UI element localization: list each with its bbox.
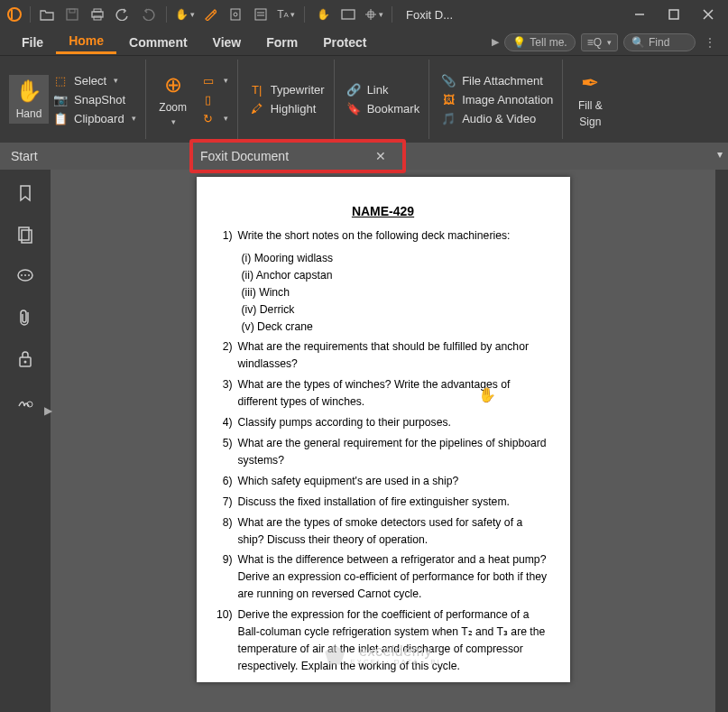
app-logo-icon — [5, 5, 23, 23]
tab-protect[interactable]: Protect — [310, 32, 379, 53]
tab-form[interactable]: Form — [253, 32, 310, 53]
question-item: 1)Write the short notes on the following… — [217, 227, 550, 245]
svg-rect-8 — [255, 9, 266, 20]
svg-point-17 — [28, 274, 30, 276]
attachments-panel-icon[interactable] — [14, 307, 36, 328]
image-icon: 🖼 — [440, 93, 456, 106]
fill-sign-button[interactable]: ✒ Fill & Sign — [570, 67, 610, 132]
ribbon: ✋ Hand ⬚Select▾ 📷SnapShot 📋Clipboard▾ ⊕ … — [0, 56, 728, 143]
page-title: NAME-429 — [217, 204, 550, 218]
separator — [304, 6, 305, 23]
question-item: 3)What are the types of winches? Write t… — [217, 376, 550, 411]
find-search[interactable]: 🔍 Find — [623, 33, 696, 51]
signatures-panel-icon[interactable] — [14, 390, 36, 411]
attachment-icon: 📎 — [440, 74, 456, 88]
svg-point-15 — [21, 274, 23, 276]
tab-file[interactable]: File — [9, 32, 56, 53]
svg-rect-9 — [342, 10, 355, 19]
question-sublist: (i) Mooring widlass(ii) Anchor capstan(i… — [217, 248, 550, 336]
document-canvas[interactable]: NAME-429 1)Write the short notes on the … — [51, 170, 715, 712]
hand-qat-icon[interactable]: ✋▾ — [175, 5, 195, 24]
typewriter-icon: T| — [249, 83, 265, 97]
bookmarks-panel-icon[interactable] — [14, 182, 36, 204]
close-button[interactable] — [699, 5, 717, 23]
tab-home[interactable]: Home — [56, 30, 116, 54]
zoom-button[interactable]: ⊕ Zoom ▾ — [153, 69, 193, 130]
select-button[interactable]: ⬚Select▾ — [49, 72, 140, 89]
quick-access-toolbar: ✋▾ TA▾ ✋ ▾ — [37, 5, 395, 24]
tabstrip-dropdown-icon[interactable]: ▾ — [717, 148, 723, 161]
pdf-page: NAME-429 1)Write the short notes on the … — [197, 177, 570, 682]
question-item: 9)What is the difference between a refri… — [217, 551, 550, 603]
edit-qat-icon[interactable] — [200, 5, 220, 24]
question-list: 1)Write the short notes on the following… — [217, 227, 550, 675]
bookmark-button[interactable]: 🔖Bookmark — [342, 100, 424, 117]
select-icon: ⬚ — [52, 74, 69, 88]
svg-point-0 — [8, 8, 21, 21]
snapshot-button[interactable]: 📷SnapShot — [49, 91, 140, 108]
question-item: 7)Discuss the fixed installation of fire… — [217, 494, 550, 511]
navigation-panel: ▶ — [0, 170, 51, 712]
question-item: 8)What are the types of smoke detectors … — [217, 514, 550, 549]
text-qat-icon[interactable]: TA▾ — [276, 5, 296, 24]
tab-view[interactable]: View — [200, 32, 254, 53]
clipboard-button[interactable]: 📋Clipboard▾ — [49, 110, 140, 127]
svg-rect-13 — [22, 230, 32, 243]
hand-tool-qat-icon[interactable]: ✋ — [313, 5, 333, 24]
close-tab-icon[interactable]: ✕ — [375, 149, 386, 163]
question-item: 6)Which safety equipment's are used in a… — [217, 473, 550, 490]
bulb-icon: 💡 — [512, 36, 526, 49]
save-icon[interactable] — [62, 5, 82, 24]
rect-qat-icon[interactable] — [338, 5, 358, 24]
print-icon[interactable] — [88, 5, 107, 24]
question-item: 4)Classify pumps according to their purp… — [217, 414, 550, 431]
undo-icon[interactable] — [113, 5, 133, 24]
document-tab[interactable]: Foxit Document ✕ — [189, 143, 397, 170]
sign-icon: ✒ — [581, 70, 599, 96]
grid-qat-icon[interactable]: ▾ — [364, 5, 383, 24]
maximize-button[interactable] — [665, 5, 683, 23]
svg-point-19 — [24, 361, 27, 364]
file-attachment-button[interactable]: 📎File Attachment — [437, 72, 557, 89]
hand-icon: ✋ — [15, 79, 42, 104]
tell-me-placeholder: Tell me. — [530, 36, 567, 49]
window-controls — [631, 5, 723, 23]
redo-icon[interactable] — [138, 5, 158, 24]
title-bar: ✋▾ TA▾ ✋ ▾ Foxit D... — [0, 0, 728, 29]
svg-rect-11 — [669, 10, 678, 19]
workspace: ▶ NAME-429 1)Write the short notes on th… — [0, 170, 728, 712]
tab-comment[interactable]: Comment — [116, 32, 200, 53]
comments-panel-icon[interactable] — [14, 265, 36, 287]
separator — [166, 6, 167, 23]
menu-overflow-icon[interactable]: ⋮ — [701, 36, 719, 49]
bookmark-icon: 🔖 — [346, 102, 362, 116]
image-annotation-button[interactable]: 🖼Image Annotation — [437, 91, 557, 108]
pages-panel-icon[interactable] — [14, 224, 36, 245]
minimize-button[interactable] — [631, 5, 649, 23]
svg-point-16 — [24, 274, 26, 276]
highlight-button[interactable]: 🖍Highlight — [245, 100, 328, 117]
rotate-button[interactable]: ↻▾ — [197, 110, 232, 127]
audio-icon: 🎵 — [440, 112, 456, 125]
form-qat-icon[interactable] — [251, 5, 271, 24]
more-tabs-icon[interactable]: ▶ — [492, 36, 499, 48]
hand-cursor-icon: ✋ — [478, 386, 496, 403]
typewriter-button[interactable]: T|Typewriter — [245, 81, 328, 98]
tell-me-search[interactable]: 💡 Tell me. — [504, 33, 575, 51]
ai-button[interactable]: ≡Q▾ — [581, 33, 618, 51]
vertical-scrollbar[interactable] — [715, 170, 728, 712]
hand-button[interactable]: ✋ Hand — [9, 75, 49, 124]
audio-video-button[interactable]: 🎵Audio & Video — [437, 110, 557, 127]
fit-width-button[interactable]: ▯ — [197, 91, 232, 108]
start-tab[interactable]: Start — [0, 143, 189, 170]
fit-page-button[interactable]: ▭▾ — [197, 72, 232, 89]
link-button[interactable]: 🔗Link — [342, 81, 424, 98]
rotate-icon: ↻ — [200, 112, 217, 125]
question-item: 5)What are the general requirement for t… — [217, 435, 550, 469]
open-icon[interactable] — [37, 5, 57, 24]
window-title: Foxit D... — [399, 8, 627, 22]
document-tab-label: Foxit Document — [200, 149, 289, 163]
camera-icon: 📷 — [52, 93, 69, 106]
security-panel-icon[interactable] — [14, 348, 36, 370]
page-qat-icon[interactable] — [226, 5, 245, 24]
